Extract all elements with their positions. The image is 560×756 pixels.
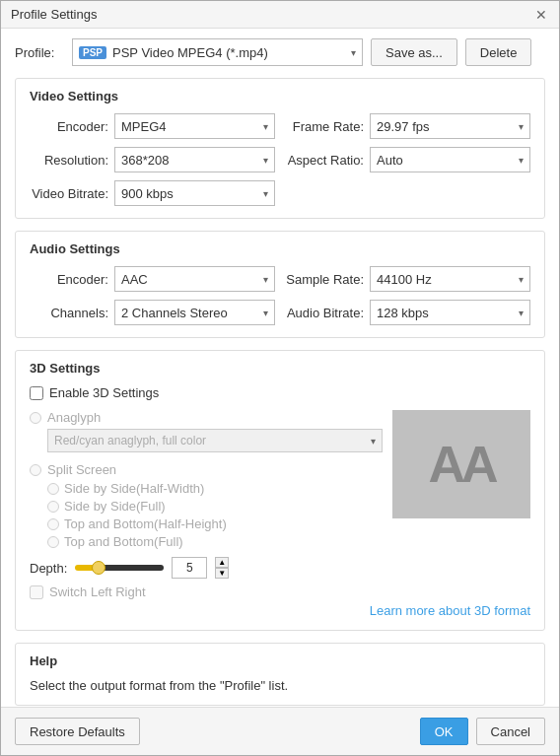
video-bitrate-arrow: ▾ bbox=[263, 188, 268, 199]
split-screen-label: Split Screen bbox=[47, 462, 116, 477]
split-option-0: Side by Side(Half-Width) bbox=[47, 481, 383, 496]
video-settings-section: Video Settings Encoder: MPEG4 ▾ Frame Ra… bbox=[15, 78, 545, 219]
split-option-0-label: Side by Side(Half-Width) bbox=[64, 481, 204, 496]
depth-slider[interactable] bbox=[75, 565, 164, 571]
audio-settings-section: Audio Settings Encoder: AAC ▾ Sample Rat… bbox=[15, 231, 545, 338]
enable-3d-checkbox[interactable] bbox=[30, 386, 43, 400]
depth-label: Depth: bbox=[30, 561, 67, 576]
resolution-select[interactable]: 368*208 ▾ bbox=[114, 147, 275, 172]
learn-more-link[interactable]: Learn more about 3D format bbox=[370, 603, 530, 618]
video-bitrate-row: Video Bitrate: 900 kbps ▾ bbox=[30, 180, 275, 206]
encoder-value: MPEG4 bbox=[121, 119, 263, 134]
profile-settings-dialog: Profile Settings ✕ Profile: PSP PSP Vide… bbox=[0, 0, 560, 756]
frame-rate-select[interactable]: 29.97 fps ▾ bbox=[370, 113, 530, 139]
depth-decrement[interactable]: ▼ bbox=[215, 568, 229, 579]
sample-rate-arrow: ▾ bbox=[519, 274, 524, 285]
frame-rate-label: Frame Rate: bbox=[285, 119, 364, 134]
channels-select[interactable]: 2 Channels Stereo ▾ bbox=[114, 300, 275, 325]
encoder-select[interactable]: MPEG4 ▾ bbox=[114, 113, 275, 139]
split-option-1-label: Side by Side(Full) bbox=[64, 499, 166, 514]
audio-bitrate-label: Audio Bitrate: bbox=[285, 306, 364, 320]
split-options: Side by Side(Half-Width) Side by Side(Fu… bbox=[47, 481, 383, 549]
sample-rate-select[interactable]: 44100 Hz ▾ bbox=[370, 266, 530, 292]
cancel-button[interactable]: Cancel bbox=[476, 718, 545, 745]
encoder-label: Encoder: bbox=[30, 119, 108, 134]
dialog-title: Profile Settings bbox=[11, 7, 97, 22]
close-button[interactable]: ✕ bbox=[533, 8, 549, 22]
video-settings-grid: Encoder: MPEG4 ▾ Frame Rate: 29.97 fps ▾ bbox=[30, 113, 530, 206]
sample-rate-label: Sample Rate: bbox=[285, 272, 364, 287]
profile-dropdown[interactable]: PSP PSP Video MPEG4 (*.mp4) ▾ bbox=[72, 38, 363, 66]
profile-dropdown-arrow: ▾ bbox=[351, 47, 356, 58]
sample-rate-value: 44100 Hz bbox=[377, 272, 519, 287]
anaglyph-section: Anaglyph Red/cyan anaglyph, full color ▾ bbox=[30, 410, 383, 452]
help-section: Help Select the output format from the "… bbox=[15, 643, 545, 706]
audio-bitrate-select[interactable]: 128 kbps ▾ bbox=[370, 300, 530, 325]
split-option-2: Top and Bottom(Half-Height) bbox=[47, 516, 383, 531]
resolution-arrow: ▾ bbox=[263, 155, 268, 166]
save-as-button[interactable]: Save as... bbox=[371, 38, 457, 66]
video-bitrate-label: Video Bitrate: bbox=[30, 186, 108, 201]
channels-arrow: ▾ bbox=[263, 308, 268, 318]
encoder-arrow: ▾ bbox=[263, 121, 268, 132]
aspect-ratio-value: Auto bbox=[377, 153, 519, 168]
dialog-footer: Restore Defaults OK Cancel bbox=[1, 707, 559, 755]
anaglyph-radio[interactable] bbox=[30, 412, 41, 424]
audio-bitrate-arrow: ▾ bbox=[519, 308, 524, 318]
anaglyph-label-row: Anaglyph bbox=[30, 410, 383, 425]
split-option-1-radio[interactable] bbox=[47, 501, 59, 513]
preview-aa-text: AA bbox=[428, 435, 494, 494]
aspect-ratio-label: Aspect Ratio: bbox=[285, 153, 364, 168]
audio-bitrate-row: Audio Bitrate: 128 kbps ▾ bbox=[285, 300, 530, 325]
anaglyph-arrow: ▾ bbox=[371, 436, 376, 447]
restore-defaults-button[interactable]: Restore Defaults bbox=[15, 718, 140, 745]
split-option-1: Side by Side(Full) bbox=[47, 499, 383, 514]
profile-row: Profile: PSP PSP Video MPEG4 (*.mp4) ▾ S… bbox=[15, 38, 545, 66]
channels-label: Channels: bbox=[30, 306, 108, 320]
split-option-0-radio[interactable] bbox=[47, 483, 59, 495]
depth-slider-container bbox=[75, 565, 164, 571]
aspect-ratio-select[interactable]: Auto ▾ bbox=[370, 147, 530, 172]
depth-value: 5 bbox=[172, 557, 207, 579]
anaglyph-dropdown[interactable]: Red/cyan anaglyph, full color ▾ bbox=[47, 429, 383, 452]
split-option-2-label: Top and Bottom(Half-Height) bbox=[64, 516, 227, 531]
delete-button[interactable]: Delete bbox=[465, 38, 532, 66]
aspect-ratio-arrow: ▾ bbox=[519, 155, 524, 166]
3d-body: Anaglyph Red/cyan anaglyph, full color ▾… bbox=[30, 410, 530, 599]
psp-badge: PSP bbox=[79, 46, 106, 59]
3d-left-panel: Anaglyph Red/cyan anaglyph, full color ▾… bbox=[30, 410, 383, 599]
video-bitrate-value: 900 kbps bbox=[121, 186, 263, 201]
switch-lr-checkbox[interactable] bbox=[30, 585, 43, 599]
profile-label: Profile: bbox=[15, 45, 64, 60]
split-option-2-radio[interactable] bbox=[47, 518, 59, 530]
split-option-3: Top and Bottom(Full) bbox=[47, 534, 383, 549]
3d-settings-section: 3D Settings Enable 3D Settings Anaglyph … bbox=[15, 350, 545, 631]
depth-thumb bbox=[92, 561, 105, 575]
aspect-ratio-row: Aspect Ratio: Auto ▾ bbox=[285, 147, 530, 172]
anaglyph-dropdown-text: Red/cyan anaglyph, full color bbox=[54, 434, 371, 447]
audio-encoder-row: Encoder: AAC ▾ bbox=[30, 266, 275, 292]
dialog-content: Profile: PSP PSP Video MPEG4 (*.mp4) ▾ S… bbox=[1, 29, 559, 707]
switch-lr-label: Switch Left Right bbox=[49, 584, 146, 599]
3d-settings-title: 3D Settings bbox=[30, 361, 530, 376]
split-screen-radio[interactable] bbox=[30, 464, 41, 476]
resolution-row: Resolution: 368*208 ▾ bbox=[30, 147, 275, 172]
frame-rate-row: Frame Rate: 29.97 fps ▾ bbox=[285, 113, 530, 139]
3d-preview-box: AA bbox=[392, 410, 530, 518]
depth-increment[interactable]: ▲ bbox=[215, 557, 229, 568]
audio-settings-grid: Encoder: AAC ▾ Sample Rate: 44100 Hz ▾ bbox=[30, 266, 530, 325]
audio-encoder-select[interactable]: AAC ▾ bbox=[114, 266, 275, 292]
resolution-value: 368*208 bbox=[121, 153, 263, 168]
enable-3d-label: Enable 3D Settings bbox=[49, 385, 159, 400]
ok-button[interactable]: OK bbox=[420, 718, 468, 745]
video-bitrate-select[interactable]: 900 kbps ▾ bbox=[114, 180, 275, 206]
video-settings-title: Video Settings bbox=[30, 89, 530, 103]
channels-value: 2 Channels Stereo bbox=[121, 306, 263, 320]
depth-row: Depth: 5 ▲ ▼ bbox=[30, 557, 383, 579]
sample-rate-row: Sample Rate: 44100 Hz ▾ bbox=[285, 266, 530, 292]
help-text: Select the output format from the "Profi… bbox=[30, 678, 530, 693]
split-option-3-label: Top and Bottom(Full) bbox=[64, 534, 183, 549]
anaglyph-label: Anaglyph bbox=[47, 410, 101, 425]
help-title: Help bbox=[30, 653, 530, 668]
split-option-3-radio[interactable] bbox=[47, 536, 59, 548]
